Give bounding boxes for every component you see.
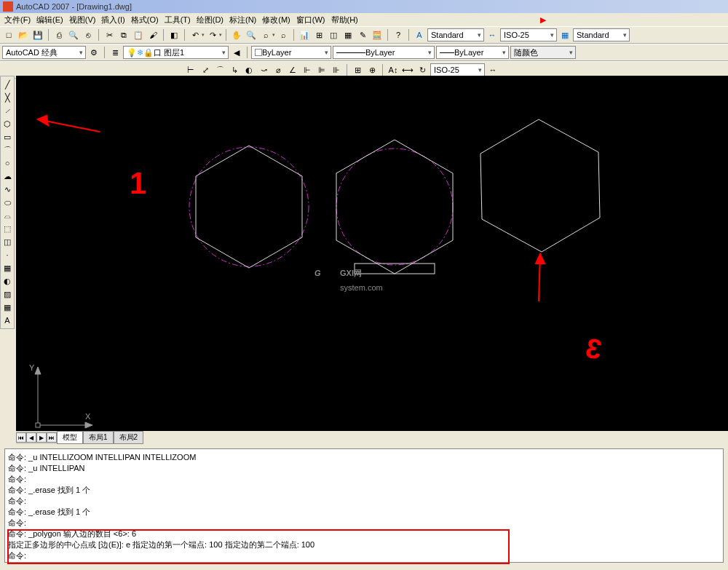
dim-arc-button[interactable]: ⌒ xyxy=(213,63,226,76)
dim-radius-button[interactable]: ◐ xyxy=(242,63,256,76)
line-tool[interactable]: ╱ xyxy=(1,79,14,90)
region-tool[interactable]: ▨ xyxy=(1,288,14,300)
new-button[interactable]: □ xyxy=(2,28,15,41)
zoom-window-button[interactable]: ⌕ xyxy=(259,28,272,41)
dim-textedit-button[interactable]: ⟷ xyxy=(401,63,414,76)
tab-layout1[interactable]: 布局1 xyxy=(83,431,114,444)
textstyle-icon[interactable]: A xyxy=(413,28,426,41)
dim-center-button[interactable]: ⊕ xyxy=(365,63,379,76)
command-window[interactable]: 命令: _u INTELLIZOOM INTELLIPAN INTELLIZOO… xyxy=(4,448,724,563)
open-button[interactable]: 📂 xyxy=(17,28,30,41)
block-edit-button[interactable]: ◧ xyxy=(167,28,181,41)
redo-dropdown[interactable]: ▾ xyxy=(219,32,222,38)
dim-continue-button[interactable]: ⊪ xyxy=(330,63,343,76)
menu-insert[interactable]: 插入(I) xyxy=(101,15,124,25)
plot-button[interactable]: ⎙ xyxy=(52,28,66,41)
menu-modify[interactable]: 修改(M) xyxy=(262,15,290,25)
spline-tool[interactable]: ∿ xyxy=(1,183,14,195)
point-tool[interactable]: · xyxy=(1,249,14,261)
tab-layout2[interactable]: 布局2 xyxy=(114,431,144,444)
menu-dimension[interactable]: 标注(N) xyxy=(229,15,256,25)
dim-ordinate-button[interactable]: ↳ xyxy=(228,63,241,76)
publish-button[interactable]: ⎋ xyxy=(82,28,95,41)
tablestyle-combo[interactable]: Standard xyxy=(573,28,630,41)
layer-combo[interactable]: 💡 ❄ 🔒 口 图层1 xyxy=(123,46,229,59)
dim-jogged-button[interactable]: ⤻ xyxy=(257,63,270,76)
dimstyle-combo[interactable]: ISO-25 xyxy=(500,28,557,41)
dim-quick-button[interactable]: ⊩ xyxy=(301,63,314,76)
paste-button[interactable]: 📋 xyxy=(132,28,145,41)
sheetset-button[interactable]: ▦ xyxy=(341,28,355,41)
dim-angular-button[interactable]: ∠ xyxy=(286,63,299,76)
dim-linear-button[interactable]: ⊢ xyxy=(184,63,197,76)
textstyle-value: Standard xyxy=(431,31,464,39)
gradient-tool[interactable]: ◐ xyxy=(1,275,14,287)
pan-button[interactable]: ✋ xyxy=(230,28,243,41)
properties-button[interactable]: 📊 xyxy=(298,28,311,41)
ellipse-tool[interactable]: ⬭ xyxy=(1,197,14,208)
help-button[interactable]: ? xyxy=(392,28,405,41)
ellipse-arc-tool[interactable]: ⌓ xyxy=(1,210,14,221)
menu-tools[interactable]: 工具(T) xyxy=(165,15,191,25)
copy-button[interactable]: ⧉ xyxy=(117,28,130,41)
block-tool[interactable]: ◫ xyxy=(1,236,14,248)
tab-prev-button[interactable]: ◀ xyxy=(26,432,36,443)
plotstyle-combo[interactable]: 随颜色 xyxy=(510,46,576,59)
dim-baseline-button[interactable]: ⊫ xyxy=(315,63,328,76)
dim-tolerance-button[interactable]: ⊞ xyxy=(351,63,364,76)
tablestyle-icon[interactable]: ▦ xyxy=(558,28,571,41)
dimstyle-icon[interactable]: ↔ xyxy=(486,28,499,41)
lineweight-combo[interactable]: ByLayer xyxy=(436,46,509,59)
zoom-rt-button[interactable]: 🔍 xyxy=(245,28,258,41)
drawing-canvas[interactable]: Y X G GXI网 system.com xyxy=(16,76,728,431)
linetype-combo[interactable]: ByLayer xyxy=(333,46,435,59)
tab-next-button[interactable]: ▶ xyxy=(36,432,47,443)
dim-update-button[interactable]: ↻ xyxy=(416,63,429,76)
menu-help[interactable]: 帮助(H) xyxy=(331,15,358,25)
polygon-tool[interactable]: ⬡ xyxy=(1,118,14,130)
undo-button[interactable]: ↶ xyxy=(189,28,202,41)
workspace-combo[interactable]: AutoCAD 经典 xyxy=(2,46,86,59)
xline-tool[interactable]: ╳ xyxy=(1,92,14,103)
dim-style-button[interactable]: ↔ xyxy=(486,63,499,76)
mtext-tool[interactable]: A xyxy=(1,314,14,326)
markup-button[interactable]: ✎ xyxy=(356,28,369,41)
menu-format[interactable]: 格式(O) xyxy=(131,15,159,25)
redo-button[interactable]: ↷ xyxy=(206,28,219,41)
dim-aligned-button[interactable]: ⤢ xyxy=(199,63,212,76)
zoom-prev-button[interactable]: ⌕ xyxy=(277,28,290,41)
textstyle-combo[interactable]: Standard xyxy=(427,28,484,41)
table-tool[interactable]: ▦ xyxy=(1,301,14,313)
cut-button[interactable]: ✂ xyxy=(103,28,116,41)
dim-diameter-button[interactable]: ⌀ xyxy=(272,63,285,76)
workspace-settings-button[interactable]: ⚙ xyxy=(87,46,100,59)
menu-file[interactable]: 文件(F) xyxy=(4,15,31,25)
save-button[interactable]: 💾 xyxy=(31,28,44,41)
menu-window[interactable]: 窗口(W) xyxy=(296,15,325,25)
menu-edit[interactable]: 编辑(E) xyxy=(36,15,63,25)
matchprop-button[interactable]: 🖌 xyxy=(146,28,159,41)
rectangle-tool[interactable]: ▭ xyxy=(1,131,14,143)
designcenter-button[interactable]: ⊞ xyxy=(312,28,325,41)
pline-tool[interactable]: ⟋ xyxy=(1,105,14,116)
insert-tool[interactable]: ⬚ xyxy=(1,223,14,234)
tab-last-button[interactable]: ⏭ xyxy=(47,432,57,443)
dimstyle2-combo[interactable]: ISO-25 xyxy=(430,63,485,76)
arc-tool[interactable]: ⌒ xyxy=(1,144,14,156)
undo-dropdown[interactable]: ▾ xyxy=(202,32,205,38)
revcloud-tool[interactable]: ☁ xyxy=(1,170,14,182)
zoom-dropdown[interactable]: ▾ xyxy=(272,32,275,38)
menu-draw[interactable]: 绘图(D) xyxy=(197,15,223,25)
tab-model[interactable]: 模型 xyxy=(57,431,83,444)
layer-props-button[interactable]: ≣ xyxy=(108,46,122,59)
quickcalc-button[interactable]: 🧮 xyxy=(371,28,384,41)
circle-tool[interactable]: ○ xyxy=(1,157,14,169)
hatch-tool[interactable]: ▦ xyxy=(1,262,14,274)
layer-prev-button[interactable]: ◀ xyxy=(230,46,243,59)
color-combo[interactable]: ByLayer xyxy=(251,46,331,59)
tab-first-button[interactable]: ⏮ xyxy=(16,432,26,443)
dim-edit-button[interactable]: A↕ xyxy=(387,63,400,76)
preview-button[interactable]: 🔍 xyxy=(67,28,80,41)
toolpalette-button[interactable]: ◫ xyxy=(327,28,340,41)
menu-view[interactable]: 视图(V) xyxy=(69,15,96,25)
